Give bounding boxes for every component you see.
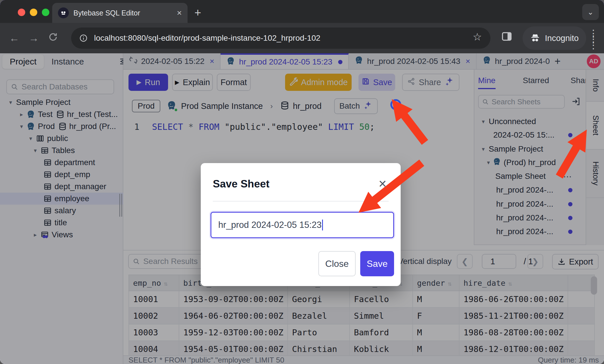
- traffic-light-zoom[interactable]: [42, 9, 49, 16]
- save-sheet-dialog: Save Sheet ✕ hr_prod 2024-02-05 15:23 Cl…: [201, 163, 401, 286]
- dialog-save-button[interactable]: Save: [360, 251, 394, 276]
- incognito-label: Incognito: [545, 34, 579, 43]
- traffic-light-close[interactable]: [18, 9, 25, 16]
- traffic-light-minimize[interactable]: [30, 9, 37, 16]
- dialog-divider: [213, 201, 389, 201]
- dialog-title: Save Sheet: [213, 178, 269, 190]
- forward-icon[interactable]: →: [29, 32, 39, 44]
- address-bar[interactable]: localhost:8080/sql-editor/prod-sample-in…: [71, 28, 490, 49]
- side-panel-icon[interactable]: [501, 30, 513, 44]
- browser-toolbar: ← → localhost:8080/sql-editor/prod-sampl…: [0, 23, 604, 53]
- url-text: localhost:8080/sql-editor/prod-sample-in…: [94, 34, 320, 43]
- browser-menu-icon[interactable]: ⋮⋮⋮: [589, 30, 598, 48]
- bytebase-app: Project Instance ▾ Sample Project ▸ Tes: [0, 53, 604, 364]
- sheet-name-value: hr_prod 2024-02-05 15:23: [218, 220, 322, 230]
- browser-tab[interactable]: Bytebase SQL Editor ×: [52, 3, 188, 23]
- back-icon[interactable]: ←: [9, 32, 20, 44]
- site-info-icon[interactable]: [79, 34, 88, 42]
- screenshot-root: Bytebase SQL Editor × + ⌄ ← → localhost:…: [0, 0, 604, 364]
- browser-tabstrip: Bytebase SQL Editor × + ⌄: [0, 0, 604, 23]
- browser-tab-title: Bytebase SQL Editor: [73, 9, 172, 17]
- browser-tab-close-icon[interactable]: ×: [177, 9, 182, 17]
- sheet-name-input[interactable]: hr_prod 2024-02-05 15:23: [211, 212, 394, 238]
- browser-chrome: Bytebase SQL Editor × + ⌄ ← → localhost:…: [0, 0, 604, 53]
- incognito-icon: [530, 33, 540, 43]
- bookmark-star-icon[interactable]: ☆: [473, 31, 482, 43]
- tab-search-chevron-button[interactable]: ⌄: [582, 4, 599, 20]
- new-browser-tab-button[interactable]: +: [194, 6, 201, 19]
- text-caret: [322, 220, 323, 230]
- dialog-close-button[interactable]: Close: [318, 251, 356, 276]
- reload-icon[interactable]: [48, 32, 58, 44]
- incognito-badge: Incognito: [523, 26, 586, 50]
- bytebase-favicon-icon: [58, 7, 69, 18]
- dialog-close-icon[interactable]: ✕: [378, 178, 387, 190]
